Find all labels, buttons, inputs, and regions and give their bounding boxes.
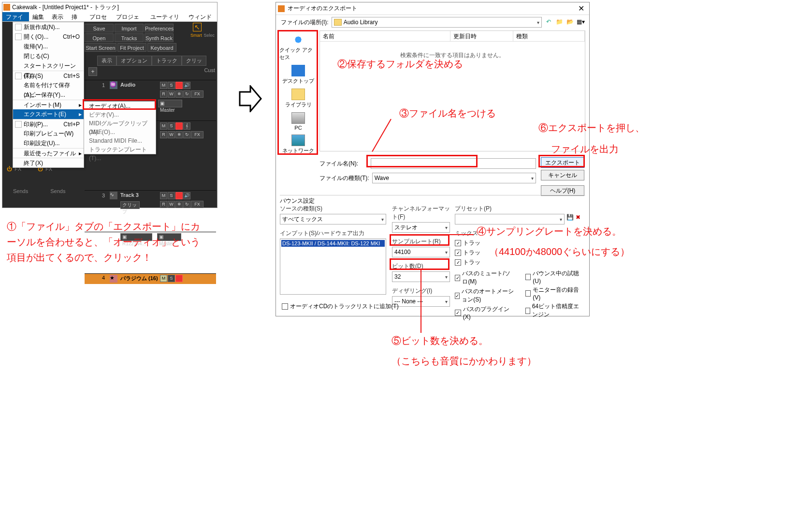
dither-select[interactable]: --- None ---▾ — [392, 296, 450, 307]
mute-button[interactable]: M — [160, 122, 167, 130]
clip-box[interactable]: クリップ — [120, 201, 140, 209]
checkbox-track3[interactable]: トラッ — [455, 258, 580, 267]
submenu-video[interactable]: ビデオ(V)... — [84, 110, 156, 119]
menu-item-print[interactable]: 印刷(P)...Ctrl+P — [13, 119, 84, 129]
save-preset-icon[interactable]: 💾 — [566, 214, 574, 224]
export-button[interactable]: エクスポート — [541, 157, 584, 168]
col-date[interactable]: 更新日時 — [450, 31, 513, 41]
checkbox-bus-mute[interactable]: バスのミュート/ソロ(M) — [455, 269, 516, 286]
mute-button[interactable]: M — [160, 82, 167, 89]
rate-select[interactable]: 44100▾ — [392, 247, 450, 257]
freeze-icon[interactable]: ❄ — [175, 90, 183, 98]
menu-item-printsetup[interactable]: 印刷設定(U)... — [13, 138, 84, 148]
solo-button[interactable]: S — [168, 275, 175, 282]
filename-input[interactable] — [371, 158, 536, 169]
menu-item-import[interactable]: インポート(M)▸ — [13, 100, 84, 109]
write-button[interactable]: W — [168, 131, 175, 138]
power-icon[interactable]: ⏻ — [7, 166, 12, 172]
checkbox-audition[interactable]: バウンス中の試聴(U) — [525, 269, 580, 284]
archive-icon[interactable]: ↻ — [183, 201, 190, 208]
tool-smart[interactable]: ↖ Smart Selec — [189, 23, 216, 38]
toolbar-save[interactable]: Save — [85, 24, 114, 32]
menu-item-exit[interactable]: 終了(X) — [13, 158, 84, 167]
checkbox-bus-auto[interactable]: バスのオートメーション(S) — [455, 287, 516, 304]
submenu-omf[interactable]: OMF(O)... — [84, 128, 156, 136]
track-row[interactable]: 1 ♒ Audio M S 🔊 R W ❄ ↻ FX ▣ Master — [85, 80, 216, 101]
channel-select[interactable]: ステレオ▾ — [392, 222, 450, 233]
menu-window[interactable]: ウィンドウ(W) — [185, 12, 217, 21]
track-row[interactable]: 3 ∿ Track 3 クリップ M S 🔊 R W ❄ ↻ FX — [85, 190, 216, 211]
view-icon[interactable]: ▦▾ — [577, 18, 584, 26]
place-pc[interactable]: PC — [291, 112, 305, 131]
menu-project[interactable]: プロジェクト(J) — [113, 12, 146, 21]
archive-icon[interactable]: ↻ — [183, 90, 190, 98]
record-button[interactable] — [175, 192, 183, 199]
record-button[interactable] — [175, 122, 183, 130]
menu-insert[interactable]: 挿入(I) — [68, 12, 86, 21]
menu-view[interactable]: 表示(V) — [48, 12, 68, 21]
menu-file[interactable]: ファイル(F) — [2, 12, 29, 21]
mute-button[interactable]: M — [160, 192, 167, 199]
menu-item-revert[interactable]: 復帰(V)... — [13, 42, 84, 51]
track-row[interactable]: 4 ★ パラジウム (16) M S — [85, 273, 216, 284]
toolbar-keyboard[interactable]: Keyboard — [147, 43, 176, 52]
col-name[interactable]: 名前 — [320, 31, 450, 41]
place-desktop[interactable]: デスクトップ — [282, 65, 314, 85]
output-list[interactable]: DS-123-MKII / DS-144-MKII: DS-122 MKI — [280, 239, 386, 295]
up-folder-icon[interactable]: 📁 — [555, 18, 563, 26]
cancel-button[interactable]: キャンセル — [541, 170, 584, 180]
menu-process[interactable]: プロセス(P) — [86, 12, 113, 21]
speaker-icon[interactable]: 🔊 — [183, 82, 190, 89]
menu-item-saveas[interactable]: 名前を付けて保存(A)... — [13, 80, 84, 90]
fx-button[interactable]: FX — [191, 201, 203, 208]
col-type[interactable]: 種類 — [513, 31, 585, 41]
menu-item-close[interactable]: 閉じる(C) — [13, 51, 84, 61]
toolbar-tracks[interactable]: Tracks — [115, 33, 144, 42]
checkbox-monitor-rec[interactable]: モニター音の録音(V) — [525, 286, 580, 301]
sel-clip[interactable]: クリッ — [182, 56, 206, 66]
checkbox-bus-plugin[interactable]: バスのプラグイン(X) — [455, 305, 516, 320]
submenu-audio[interactable]: オーディオ(A)... — [84, 102, 156, 110]
menu-edit[interactable]: 編集(E) — [29, 12, 48, 21]
archive-icon[interactable]: ↻ — [183, 131, 190, 138]
menu-item-startscreen[interactable]: スタートスクリーン(T)... — [13, 61, 84, 71]
record-button[interactable] — [175, 82, 183, 89]
write-button[interactable]: W — [168, 90, 175, 98]
speaker-icon[interactable]: 🔊 — [183, 192, 190, 199]
checkbox-add-cd[interactable]: オーディオCDのトラックリストに追加(T) — [282, 302, 399, 311]
freeze-icon[interactable]: ❄ — [175, 131, 183, 138]
read-button[interactable]: R — [160, 90, 167, 98]
menu-item-open[interactable]: 開く(O)...Ctrl+O — [13, 32, 84, 42]
read-button[interactable]: R — [160, 201, 167, 208]
menu-item-new[interactable]: 新規作成(N)... — [13, 22, 84, 32]
place-network[interactable]: ネットワーク — [282, 134, 314, 154]
menu-item-export[interactable]: エクスポート(E)▸ — [13, 109, 84, 119]
toolbar-preferences[interactable]: Preferences — [145, 24, 174, 32]
fx-button[interactable]: FX — [191, 90, 203, 98]
checkbox-64bit[interactable]: 64ビット倍精度エンジン — [525, 302, 580, 319]
help-button[interactable]: ヘルプ(H) — [541, 185, 584, 196]
submenu-smf[interactable]: Standard MIDI File... — [84, 136, 156, 145]
fx-button[interactable]: FX — [191, 131, 203, 138]
record-button[interactable] — [175, 275, 183, 282]
place-library[interactable]: ライブラリ — [285, 89, 312, 108]
filetype-select[interactable]: Wave▾ — [372, 173, 536, 183]
submenu-midi-group[interactable]: MIDIグループクリップ(M)... — [84, 119, 156, 128]
add-track-button[interactable]: + — [88, 67, 97, 76]
menu-item-printpreview[interactable]: 印刷プレビュー(W) — [13, 129, 84, 138]
source-select[interactable]: すべてミックス▾ — [280, 214, 386, 224]
back-icon[interactable]: ↶ — [545, 18, 552, 26]
toolbar-fitproject[interactable]: Fit Project — [117, 43, 146, 52]
delete-preset-icon[interactable]: ✖ — [576, 214, 580, 224]
solo-button[interactable]: S — [168, 82, 175, 89]
new-folder-icon[interactable]: 📂 — [566, 18, 574, 26]
waveform-icon[interactable]: 𝄞 — [183, 122, 190, 130]
toolbar-startscreen[interactable]: Start Screen — [85, 43, 116, 52]
toolbar-open[interactable]: Open — [85, 33, 114, 42]
mute-button[interactable]: M — [160, 275, 167, 282]
solo-button[interactable]: S — [168, 192, 175, 199]
toolbar-import[interactable]: Import — [115, 24, 144, 32]
sel-track[interactable]: トラック — [152, 56, 182, 66]
master-out[interactable]: ▣ Master — [158, 100, 182, 107]
preset-select[interactable]: ▾ — [455, 214, 565, 224]
